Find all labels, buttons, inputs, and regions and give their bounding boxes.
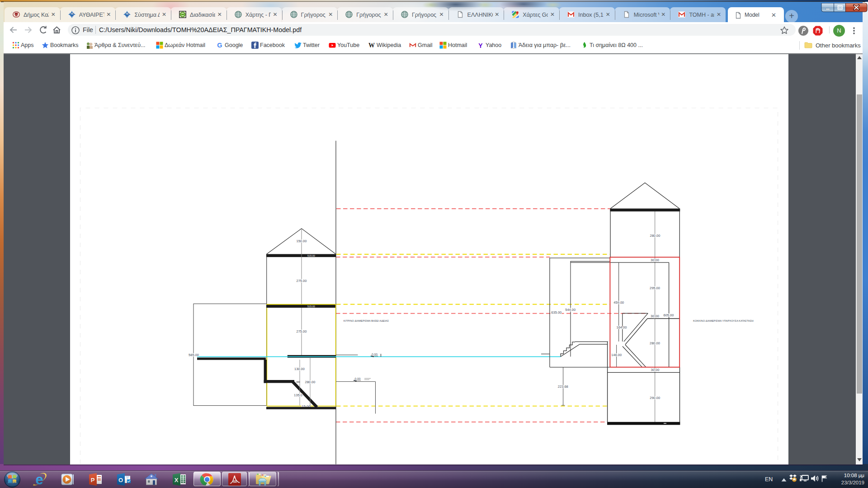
svg-text:164.00: 164.00 <box>617 325 627 329</box>
svg-text:ΚΟΚΚΙΝΟ ΔΙΑΜΕΡΙΣΜΑ ΥΠΑΡΧΟΥΣΑ Κ: ΚΟΚΚΙΝΟ ΔΙΑΜΕΡΙΣΜΑ ΥΠΑΡΧΟΥΣΑ ΚΑΤΑΣΤΑΣΗ <box>693 319 754 322</box>
svg-text:223.68: 223.68 <box>558 385 568 389</box>
svg-text:515.00: 515.00 <box>307 254 315 257</box>
svg-text:295.00: 295.00 <box>650 286 660 290</box>
svg-text:135.0: 135.0 <box>294 393 302 397</box>
svg-text:515.00: 515.00 <box>307 305 315 308</box>
svg-text:146.00: 146.00 <box>611 353 622 357</box>
svg-text:459.00: 459.00 <box>613 300 624 305</box>
svg-text:275.00: 275.00 <box>297 329 307 333</box>
svg-text:P: P <box>91 476 95 483</box>
svg-text:0.00: 0.00 <box>354 377 360 380</box>
svg-text:O: O <box>118 476 123 483</box>
svg-text:280.00: 280.00 <box>650 234 660 238</box>
svg-text:275.00: 275.00 <box>297 279 307 283</box>
svg-text:585.00: 585.00 <box>189 353 199 357</box>
svg-text:30.00: 30.00 <box>651 258 659 262</box>
svg-text:e: e <box>35 472 43 488</box>
svg-text:W: W <box>368 42 375 49</box>
svg-text:X: X <box>175 476 179 483</box>
svg-text:280.00: 280.00 <box>650 341 660 345</box>
svg-text:290.00: 290.00 <box>650 396 660 400</box>
svg-text:280.00: 280.00 <box>305 380 316 384</box>
svg-text:150.00: 150.00 <box>297 239 307 243</box>
svg-text:ΤΕΕ: ΤΕΕ <box>70 13 74 15</box>
svg-text:0.00: 0.00 <box>372 353 377 356</box>
svg-text:130.00: 130.00 <box>294 367 305 371</box>
svg-text:Y: Y <box>478 42 483 49</box>
svg-text:G: G <box>217 42 222 49</box>
svg-text:ΤΕΕ: ΤΕΕ <box>126 13 129 15</box>
svg-text:544.00: 544.00 <box>565 308 576 312</box>
svg-text:ΚΙΤΡΙΝΟ ΔΙΑΜΕΡΙΣΜΑ ΒΑΣΕΙ ΑΔΕΙΑ: ΚΙΤΡΙΝΟ ΔΙΑΜΕΡΙΣΜΑ ΒΑΣΕΙ ΑΔΕΙΑΣ <box>344 319 389 322</box>
svg-text:605.00: 605.00 <box>664 313 674 317</box>
svg-text:635.00: 635.00 <box>551 310 561 314</box>
svg-text:30.00: 30.00 <box>651 368 660 372</box>
svg-text:30,00: 30,00 <box>651 314 659 318</box>
